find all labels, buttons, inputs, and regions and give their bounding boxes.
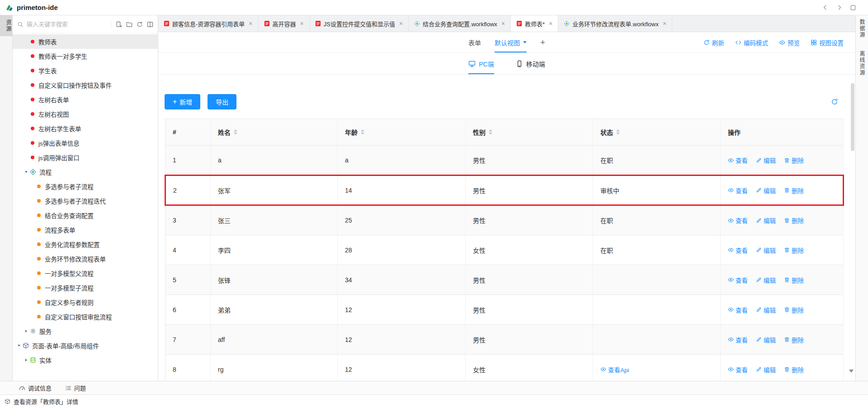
delete-link[interactable]: 删除	[784, 216, 804, 225]
editor-tab[interactable]: 结合业务查询配置.workflowx×	[409, 15, 511, 32]
close-icon[interactable]: ×	[249, 20, 252, 27]
action-refresh[interactable]: 刷新	[703, 38, 724, 47]
action-grid[interactable]: 视图设置	[811, 38, 844, 47]
close-icon[interactable]: ×	[399, 20, 403, 27]
close-icon[interactable]: ×	[501, 20, 505, 27]
device-tab-移动端[interactable]: 移动端	[516, 53, 545, 74]
chevron-down-icon[interactable]	[15, 343, 23, 348]
column-header-性别[interactable]: 性别	[466, 119, 593, 146]
editor-tab[interactable]: JS设置控件提交值和显示值×	[310, 15, 409, 32]
delete-link[interactable]: 删除	[784, 365, 804, 374]
edit-link[interactable]: 编辑	[756, 156, 776, 165]
problems-tab[interactable]: 问题	[65, 384, 86, 392]
view-link[interactable]: 查看	[728, 156, 748, 165]
chevron-right-icon[interactable]	[836, 4, 843, 11]
editor-tab[interactable]: 顾客信息-资源容器引用表单×	[158, 15, 259, 32]
action-code[interactable]: 编码模式	[735, 38, 768, 47]
tree-item-业务环节修改流程表单[interactable]: 业务环节修改流程表单	[13, 251, 158, 266]
tree-item-自定义参与者规则[interactable]: 自定义参与者规则	[13, 295, 158, 309]
tree-item-左树右视图[interactable]: 左树右视图	[13, 107, 158, 121]
view-link[interactable]: 查看	[728, 275, 748, 285]
device-tab-PC端[interactable]: PC端	[468, 53, 494, 74]
tree-item-多选参与者子流程迭代[interactable]: 多选参与者子流程迭代	[13, 194, 158, 208]
tree-item-多选参与者子流程[interactable]: 多选参与者子流程	[13, 179, 158, 194]
tree-item-自定义窗口操作按钮及事件[interactable]: 自定义窗口操作按钮及事件	[13, 78, 158, 92]
tree-item-实体[interactable]: 实体	[13, 353, 158, 367]
delete-link[interactable]: 删除	[784, 186, 804, 195]
delete-link[interactable]: 删除	[784, 156, 804, 165]
delete-link[interactable]: 删除	[784, 305, 804, 314]
refresh-tree-icon[interactable]	[137, 21, 143, 28]
view-link[interactable]: 查看	[728, 186, 748, 195]
sort-icon[interactable]	[489, 129, 492, 135]
view-link[interactable]: 查看	[728, 365, 748, 374]
collapse-panels-icon[interactable]	[147, 21, 153, 28]
tree-item-业务化流程参数配置[interactable]: 业务化流程参数配置	[13, 237, 158, 251]
tree-item-教师表一对多学生[interactable]: 教师表一对多学生	[13, 49, 158, 63]
tree-item-流程多表单[interactable]: 流程多表单	[13, 223, 158, 237]
view-link[interactable]: 查看	[728, 305, 748, 314]
edit-link[interactable]: 编辑	[756, 186, 776, 195]
add-view-button[interactable]: +	[540, 38, 545, 47]
tree-item-服务[interactable]: 服务	[13, 324, 158, 338]
folder-icon[interactable]	[126, 21, 132, 28]
chevron-right-icon[interactable]	[23, 358, 30, 362]
scroll-down-icon[interactable]	[849, 370, 854, 373]
edit-link[interactable]: 编辑	[756, 335, 776, 344]
chevron-right-icon[interactable]	[23, 329, 30, 333]
resources-panel-tab[interactable]: 资源	[0, 15, 12, 36]
view-link[interactable]: 查看	[728, 216, 748, 225]
debug-info-tab[interactable]: 调试信息	[19, 384, 52, 392]
editor-tab[interactable]: 教师表*×	[511, 15, 558, 32]
edit-link[interactable]: 编辑	[756, 365, 776, 374]
edit-link[interactable]: 编辑	[756, 305, 776, 314]
offline-resources-panel-tab[interactable]: 离线资源	[858, 51, 866, 76]
tree-item-左树右学生表单[interactable]: 左树右学生表单	[13, 121, 158, 136]
action-eye[interactable]: 预览	[779, 38, 800, 47]
column-header-状态[interactable]: 状态	[593, 119, 721, 146]
new-resource-icon[interactable]	[116, 21, 122, 28]
delete-link[interactable]: 删除	[784, 275, 804, 285]
form-view-tab[interactable]: 表单	[468, 32, 481, 52]
sort-icon[interactable]	[616, 129, 620, 135]
tree-item-学生表[interactable]: 学生表	[13, 63, 158, 78]
edit-link[interactable]: 编辑	[756, 216, 776, 225]
view-link[interactable]: 查看	[728, 335, 748, 344]
chevron-down-icon[interactable]	[23, 170, 30, 174]
tree-item-流程[interactable]: 流程	[13, 165, 158, 179]
tree-item-一对多模型子流程[interactable]: 一对多模型子流程	[13, 280, 158, 295]
tree-item-左树右表单[interactable]: 左树右表单	[13, 92, 158, 107]
window-icon[interactable]	[850, 5, 856, 11]
tree-item-js调用弹出窗口[interactable]: js调用弹出窗口	[13, 150, 158, 165]
refresh-table-icon[interactable]	[831, 98, 838, 105]
edit-link[interactable]: 编辑	[756, 275, 776, 285]
sort-icon[interactable]	[361, 129, 364, 135]
tree-item-结合业务查询配置[interactable]: 结合业务查询配置	[13, 208, 158, 223]
column-header-年龄[interactable]: 年龄	[338, 119, 466, 146]
search-input[interactable]	[27, 21, 108, 28]
view-api-link[interactable]: 查看Api	[600, 365, 629, 374]
tree-item-页面-表单-高级/布局组件[interactable]: 页面-表单-高级/布局组件	[13, 338, 158, 353]
add-button[interactable]: + 新增	[165, 94, 200, 109]
column-header-姓名[interactable]: 姓名	[211, 119, 338, 146]
close-icon[interactable]: ×	[663, 20, 666, 27]
default-view-tab[interactable]: 默认视图	[495, 32, 527, 52]
close-icon[interactable]: ×	[549, 20, 552, 27]
edit-link[interactable]: 编辑	[756, 246, 776, 255]
view-link[interactable]: 查看	[728, 246, 748, 255]
sort-icon[interactable]	[234, 129, 237, 135]
tree-item-自定义窗口按钮审批流程[interactable]: 自定义窗口按钮审批流程	[13, 309, 158, 324]
delete-link[interactable]: 删除	[784, 246, 804, 255]
scrollbar-thumb[interactable]	[851, 83, 854, 151]
delete-link[interactable]: 删除	[784, 335, 804, 344]
datasource-panel-tab[interactable]: 数据源	[858, 19, 866, 38]
tree-item-js弹出表单信息[interactable]: js弹出表单信息	[13, 136, 158, 150]
device-tab-label: PC端	[479, 59, 494, 68]
close-icon[interactable]: ×	[300, 20, 304, 27]
tree-item-一对多模型父流程[interactable]: 一对多模型父流程	[13, 266, 158, 280]
editor-tab[interactable]: 业务环节修改流程表单.workflowx×	[558, 15, 672, 32]
editor-tab[interactable]: 高开容器×	[259, 15, 310, 32]
chevron-left-icon[interactable]	[822, 4, 829, 11]
tree-item-教师表[interactable]: 教师表	[13, 34, 158, 49]
export-button[interactable]: 导出	[208, 94, 236, 109]
